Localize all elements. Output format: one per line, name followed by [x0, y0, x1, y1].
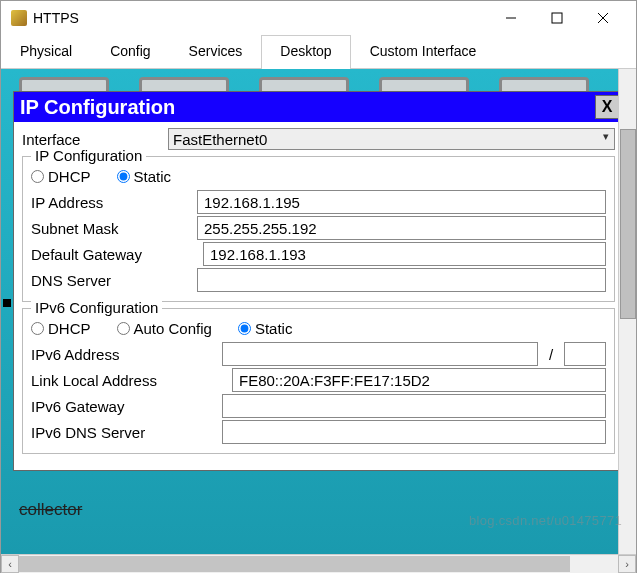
background-label: collector — [19, 500, 82, 520]
ip-config-title: IP Configuration — [20, 96, 595, 119]
ip-address-input[interactable] — [197, 190, 606, 214]
ipv6-dns-label: IPv6 DNS Server — [31, 424, 216, 441]
desktop-area: collector IP Configuration X Interface I… — [1, 69, 636, 554]
horizontal-scroll-track[interactable] — [19, 555, 618, 573]
ipv4-legend: IP Configuration — [31, 147, 146, 164]
ipv6-fieldset: IPv6 Configuration DHCP Auto Config S — [22, 308, 615, 454]
ip-config-header: IP Configuration X — [14, 92, 623, 122]
titlebar: HTTPS — [1, 1, 636, 35]
tabbar: Physical Config Services Desktop Custom … — [1, 35, 636, 69]
maximize-button[interactable] — [534, 3, 580, 33]
minimize-button[interactable] — [488, 3, 534, 33]
ipv6-address-input[interactable] — [222, 342, 538, 366]
window-title: HTTPS — [33, 10, 488, 26]
ipv6-static-radio[interactable] — [238, 322, 251, 335]
scroll-right-button[interactable]: › — [618, 555, 636, 573]
vertical-scrollbar[interactable] — [618, 69, 636, 554]
horizontal-scroll-thumb[interactable] — [19, 556, 570, 572]
close-button[interactable] — [580, 3, 626, 33]
ip-config-window: IP Configuration X Interface IP Configur… — [13, 91, 624, 471]
interface-label: Interface — [22, 131, 162, 148]
ipv4-static-radio-label[interactable]: Static — [117, 168, 172, 185]
app-window: HTTPS Physical Config Services Desktop C… — [0, 0, 637, 573]
subnet-mask-input[interactable] — [197, 216, 606, 240]
scroll-left-button[interactable]: ‹ — [1, 555, 19, 573]
ipv6-auto-radio[interactable] — [117, 322, 130, 335]
ipv6-dns-input[interactable] — [222, 420, 606, 444]
ipv4-static-radio[interactable] — [117, 170, 130, 183]
tab-custom-interface[interactable]: Custom Interface — [351, 35, 496, 68]
link-local-input[interactable] — [232, 368, 606, 392]
default-gateway-input[interactable] — [203, 242, 606, 266]
default-gateway-label: Default Gateway — [31, 246, 191, 263]
ipv6-gateway-label: IPv6 Gateway — [31, 398, 216, 415]
link-local-label: Link Local Address — [31, 372, 216, 389]
ipv6-dhcp-radio-label[interactable]: DHCP — [31, 320, 91, 337]
dns-server-label: DNS Server — [31, 272, 191, 289]
tab-desktop[interactable]: Desktop — [261, 35, 350, 68]
ip-config-close-button[interactable]: X — [595, 95, 619, 119]
subnet-mask-label: Subnet Mask — [31, 220, 191, 237]
interface-select-value[interactable] — [168, 128, 615, 150]
svg-rect-1 — [552, 13, 562, 23]
dns-server-input[interactable] — [197, 268, 606, 292]
vertical-scroll-thumb[interactable] — [620, 129, 636, 319]
ipv6-dhcp-radio[interactable] — [31, 322, 44, 335]
window-buttons — [488, 3, 626, 33]
ipv4-dhcp-radio-label[interactable]: DHCP — [31, 168, 91, 185]
ip-address-label: IP Address — [31, 194, 191, 211]
tab-services[interactable]: Services — [170, 35, 262, 68]
horizontal-scrollbar[interactable]: ‹ › — [1, 554, 636, 572]
interface-select[interactable] — [168, 128, 615, 150]
watermark-text: blog.csdn.net/u01475771 — [469, 513, 622, 528]
marker-icon — [3, 299, 11, 307]
ip-config-body: Interface IP Configuration DHCP — [14, 122, 623, 470]
ipv6-gateway-input[interactable] — [222, 394, 606, 418]
ipv4-dhcp-radio[interactable] — [31, 170, 44, 183]
tab-physical[interactable]: Physical — [1, 35, 91, 68]
ipv6-address-label: IPv6 Address — [31, 346, 216, 363]
ipv6-prefix-input[interactable] — [564, 342, 606, 366]
tab-config[interactable]: Config — [91, 35, 169, 68]
ipv4-fieldset: IP Configuration DHCP Static IP Address — [22, 156, 615, 302]
app-icon — [11, 10, 27, 26]
ipv6-static-radio-label[interactable]: Static — [238, 320, 293, 337]
ipv6-auto-radio-label[interactable]: Auto Config — [117, 320, 212, 337]
ipv6-legend: IPv6 Configuration — [31, 299, 162, 316]
prefix-slash: / — [544, 346, 558, 363]
